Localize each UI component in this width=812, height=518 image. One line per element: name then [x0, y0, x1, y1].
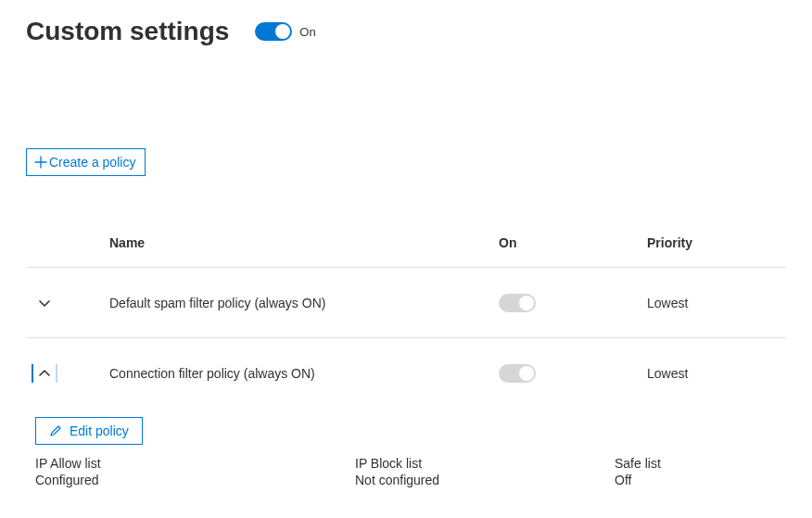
page-title: Custom settings — [26, 17, 229, 46]
row-priority: Lowest — [647, 296, 786, 310]
safe-list-label: Safe list — [615, 456, 786, 471]
edit-policy-label: Edit policy — [70, 423, 129, 438]
chevron-down-icon[interactable] — [37, 296, 52, 310]
ip-block-value: Not configured — [355, 473, 615, 487]
col-priority: Priority — [647, 235, 786, 250]
ip-allow-value: Configured — [35, 473, 355, 487]
edit-policy-button[interactable]: Edit policy — [35, 417, 143, 445]
custom-settings-toggle-label: On — [299, 25, 315, 39]
row-priority: Lowest — [647, 366, 786, 381]
pencil-icon — [49, 424, 62, 437]
table-header: Name On Priority — [26, 226, 786, 268]
chevron-up-icon[interactable] — [32, 364, 57, 383]
policy-table: Name On Priority Default spam filter pol… — [26, 226, 786, 487]
table-row[interactable]: Connection filter policy (always ON) Low… — [26, 338, 786, 408]
row-details: Edit policy IP Allow list IP Block list … — [26, 408, 786, 487]
row-name: Default spam filter policy (always ON) — [109, 296, 499, 310]
custom-settings-toggle[interactable] — [255, 22, 292, 41]
row-on-toggle[interactable] — [499, 294, 536, 312]
safe-list-value: Off — [615, 473, 786, 487]
ip-block-label: IP Block list — [355, 456, 615, 471]
ip-allow-label: IP Allow list — [35, 456, 355, 471]
row-name: Connection filter policy (always ON) — [109, 366, 499, 381]
plus-icon — [34, 156, 47, 169]
row-on-toggle[interactable] — [499, 364, 536, 383]
create-policy-button[interactable]: Create a policy — [26, 148, 146, 176]
col-name: Name — [109, 235, 499, 250]
table-row[interactable]: Default spam filter policy (always ON) L… — [26, 268, 786, 338]
create-policy-label: Create a policy — [49, 155, 135, 170]
col-on: On — [499, 235, 647, 250]
